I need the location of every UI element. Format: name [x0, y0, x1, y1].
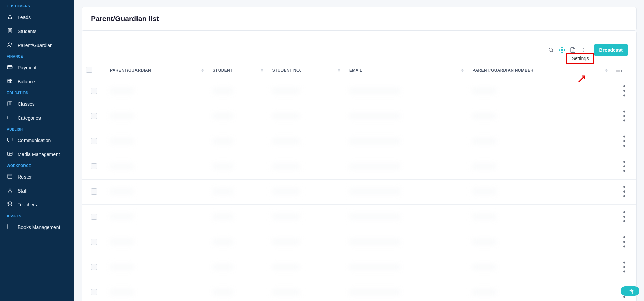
column-header[interactable]: STUDENT	[209, 62, 268, 79]
column-header[interactable]: EMAIL	[345, 62, 468, 79]
sidebar-item-roster[interactable]: Roster	[0, 170, 74, 184]
table-cell	[106, 129, 209, 154]
table-cell	[468, 255, 612, 280]
data-table: PARENT/GUARDIAN STUDENT STUDENT NO. EMAI…	[82, 62, 636, 301]
table-cell	[345, 205, 468, 230]
sidebar-section-title: PUBLISH	[0, 125, 74, 133]
row-checkbox[interactable]	[91, 264, 97, 270]
sidebar-item-students[interactable]: Students	[0, 24, 74, 38]
row-checkbox[interactable]	[91, 214, 97, 220]
sidebar-section-title: CUSTOMERS	[0, 2, 74, 10]
table-cell	[268, 129, 345, 154]
sidebar-section-title: EDUCATION	[0, 88, 74, 97]
table-cell	[209, 255, 268, 280]
svg-point-23	[623, 136, 625, 138]
media-icon	[7, 151, 13, 158]
page-header-card: Parent/Guardian list	[82, 7, 637, 31]
svg-rect-6	[8, 116, 12, 119]
row-checkbox[interactable]	[91, 88, 97, 94]
communication-icon	[7, 137, 13, 144]
row-actions-icon[interactable]	[616, 94, 632, 100]
sidebar-item-media-management[interactable]: Media Management	[0, 147, 74, 161]
sidebar-item-balance[interactable]: Balance	[0, 74, 74, 88]
svg-point-27	[623, 165, 625, 167]
sidebar-item-categories[interactable]: Categories	[0, 111, 74, 125]
categories-icon	[7, 114, 13, 121]
books-icon	[7, 223, 13, 231]
table-cell	[106, 104, 209, 129]
row-actions-icon[interactable]	[616, 145, 632, 150]
row-checkbox[interactable]	[91, 239, 97, 245]
sidebar-section-title: ASSETS	[0, 212, 74, 220]
table-cell	[268, 255, 345, 280]
column-header[interactable]: PARENT/GUARDIAN	[106, 62, 209, 79]
sort-icon[interactable]	[461, 69, 464, 72]
table-cell	[106, 280, 209, 301]
sidebar-item-label: Media Management	[18, 152, 60, 157]
table-cell	[268, 79, 345, 104]
sidebar-item-leads[interactable]: Leads	[0, 10, 74, 24]
sidebar-item-label: Classes	[18, 101, 35, 107]
row-checkbox[interactable]	[91, 289, 97, 295]
row-checkbox[interactable]	[91, 138, 97, 144]
svg-point-36	[623, 241, 625, 243]
svg-point-1	[9, 29, 11, 31]
help-button[interactable]: Help	[621, 286, 639, 296]
sort-icon[interactable]	[605, 69, 608, 72]
column-more[interactable]	[612, 62, 636, 79]
svg-point-20	[623, 111, 625, 113]
table-cell	[268, 180, 345, 205]
sidebar-item-teachers[interactable]: Teachers	[0, 198, 74, 212]
svg-point-32	[623, 211, 625, 213]
table-cell	[468, 154, 612, 180]
sidebar-item-parent-guardian[interactable]: Parent/Guardian	[0, 38, 74, 52]
table-cell	[268, 230, 345, 255]
svg-point-25	[623, 145, 625, 147]
table-row	[82, 129, 636, 154]
toolbar: Settings Broadcast	[82, 31, 636, 62]
row-actions-icon[interactable]	[616, 119, 632, 125]
app-root: CUSTOMERSLeadsStudentsParent/GuardianFIN…	[0, 0, 644, 301]
broadcast-button[interactable]: Broadcast	[594, 44, 628, 56]
sort-icon[interactable]	[201, 69, 204, 72]
row-actions-icon[interactable]	[616, 245, 632, 251]
sort-icon[interactable]	[261, 69, 263, 72]
row-actions-icon[interactable]	[616, 220, 632, 225]
students-icon	[7, 28, 13, 35]
row-actions-icon[interactable]	[616, 170, 632, 175]
table-cell	[209, 230, 268, 255]
sidebar-item-label: Roster	[18, 174, 32, 180]
row-checkbox[interactable]	[91, 113, 97, 119]
svg-point-14	[583, 48, 584, 49]
column-header[interactable]: STUDENT NO.	[268, 62, 345, 79]
svg-rect-5	[8, 79, 12, 83]
sort-icon[interactable]	[338, 69, 340, 72]
svg-rect-7	[7, 138, 12, 141]
svg-point-31	[623, 195, 625, 197]
header-checkbox[interactable]	[82, 62, 106, 79]
table-row	[82, 255, 636, 280]
sidebar-item-staff[interactable]: Staff	[0, 184, 74, 198]
svg-point-26	[623, 161, 625, 163]
svg-point-21	[623, 115, 625, 117]
row-actions-icon[interactable]	[616, 296, 632, 301]
svg-point-34	[623, 220, 625, 222]
sidebar-item-communication[interactable]: Communication	[0, 133, 74, 147]
svg-rect-10	[8, 174, 12, 179]
row-actions-icon[interactable]	[616, 270, 632, 276]
column-header[interactable]: PARENT/GUARDIAN NUMBER	[468, 62, 612, 79]
row-actions-icon[interactable]	[616, 195, 632, 200]
svg-point-22	[623, 120, 625, 122]
table-row	[82, 205, 636, 230]
table-row	[82, 180, 636, 205]
search-icon[interactable]	[547, 46, 555, 54]
row-checkbox[interactable]	[91, 188, 97, 195]
sidebar-item-payment[interactable]: Payment	[0, 61, 74, 74]
svg-rect-0	[8, 28, 12, 33]
sidebar-item-books-management[interactable]: Books Management	[0, 220, 74, 234]
table-row	[82, 280, 636, 301]
settings-icon[interactable]	[558, 46, 566, 54]
row-checkbox[interactable]	[91, 163, 97, 169]
svg-point-9	[9, 153, 10, 154]
sidebar-item-classes[interactable]: Classes	[0, 97, 74, 111]
